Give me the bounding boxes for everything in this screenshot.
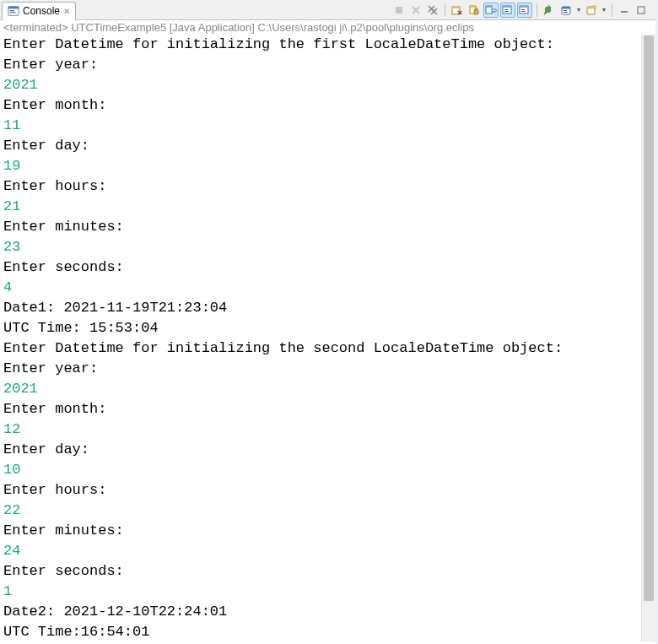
console-tab[interactable]: Console ✕ (2, 2, 76, 20)
svg-rect-11 (486, 6, 492, 8)
scrollbar-thumb[interactable] (644, 35, 654, 601)
console-line: 23 (3, 237, 638, 257)
console-line: 4 (3, 278, 638, 298)
display-selected-console-button[interactable] (558, 3, 574, 18)
svg-rect-29 (638, 7, 645, 14)
launch-status: <terminated> UTCTimeExample5 [Java Appli… (0, 20, 655, 35)
scroll-lock-button[interactable] (467, 3, 482, 18)
svg-point-27 (594, 5, 596, 8)
console-line: 12 (3, 419, 638, 440)
console-line: UTC Time:16:54:01 (3, 622, 638, 641)
console-line: Enter minutes: (3, 217, 638, 237)
console-tab-label: Console (23, 5, 60, 17)
console-line: Enter month: (3, 399, 638, 419)
maximize-view-button[interactable] (634, 3, 649, 18)
svg-rect-4 (396, 7, 402, 14)
word-wrap-button[interactable] (483, 3, 499, 18)
minimize-view-button[interactable] (617, 3, 632, 18)
console-line: UTC Time: 15:53:04 (3, 318, 638, 338)
console-line: 2021 (3, 75, 638, 95)
svg-rect-14 (504, 9, 508, 10)
console-line: Enter day: (3, 440, 638, 460)
console-line: 19 (3, 156, 638, 176)
svg-rect-8 (470, 6, 476, 8)
console-line: 11 (3, 116, 638, 136)
console-line: 24 (3, 541, 638, 561)
console-toolbar: ▾ ▾ (391, 3, 655, 18)
console-line: Date1: 2021-11-19T21:23:04 (3, 298, 638, 318)
show-on-stdout-button[interactable] (500, 3, 515, 18)
terminate-button (391, 3, 407, 18)
close-icon[interactable]: ✕ (63, 7, 70, 16)
console-line: Enter seconds: (3, 257, 638, 278)
svg-rect-1 (8, 7, 19, 9)
console-line: Enter Datetime for initializing the seco… (3, 338, 638, 359)
console-view: Enter Datetime for initializing the firs… (0, 35, 655, 641)
console-line: Enter year: (3, 359, 638, 379)
svg-rect-23 (564, 10, 567, 11)
remove-all-terminated-button[interactable] (425, 3, 440, 18)
svg-rect-26 (587, 7, 595, 9)
pin-console-button[interactable] (542, 3, 557, 18)
console-line: Enter year: (3, 55, 638, 75)
console-line: Enter seconds: (3, 561, 638, 582)
svg-rect-17 (520, 6, 528, 8)
svg-rect-3 (10, 12, 16, 13)
console-icon (8, 5, 19, 17)
show-on-stderr-button[interactable] (517, 3, 532, 18)
svg-rect-2 (10, 10, 14, 11)
console-output[interactable]: Enter Datetime for initializing the firs… (0, 35, 641, 641)
console-line: 22 (3, 501, 638, 521)
svg-rect-15 (504, 11, 509, 12)
svg-rect-9 (474, 10, 478, 14)
console-line: Enter hours: (3, 480, 638, 501)
display-selected-console-dropdown[interactable]: ▾ (575, 6, 582, 14)
svg-rect-24 (564, 12, 568, 13)
console-line: 21 (3, 197, 638, 217)
console-line: Enter minutes: (3, 521, 638, 541)
console-line: Enter Datetime for initializing the firs… (3, 35, 638, 55)
tab-bar: Console ✕ (0, 0, 655, 20)
svg-rect-19 (521, 11, 526, 12)
svg-rect-18 (521, 9, 525, 10)
console-line: Enter hours: (3, 176, 638, 197)
console-line: Enter day: (3, 136, 638, 156)
console-line: 2021 (3, 379, 638, 399)
svg-rect-22 (562, 7, 570, 9)
console-line: 1 (3, 582, 638, 602)
svg-rect-6 (452, 7, 460, 8)
svg-rect-13 (503, 6, 511, 8)
open-console-dropdown[interactable]: ▾ (601, 6, 607, 14)
svg-rect-28 (621, 11, 628, 13)
console-line: 10 (3, 460, 638, 480)
console-line: Date2: 2021-12-10T22:24:01 (3, 602, 638, 622)
remove-launch-button (408, 3, 423, 18)
clear-console-button[interactable] (450, 3, 465, 18)
open-console-button[interactable] (584, 3, 599, 18)
console-line: Enter month: (3, 95, 638, 116)
vertical-scrollbar[interactable] (641, 35, 655, 641)
